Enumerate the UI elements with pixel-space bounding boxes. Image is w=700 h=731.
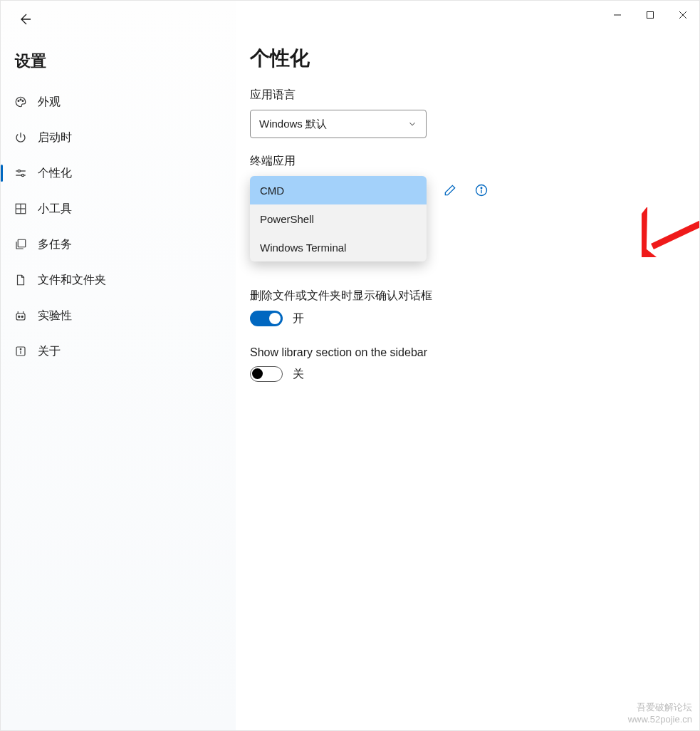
- sidebar-item-label: 文件和文件夹: [38, 273, 106, 288]
- svg-point-6: [22, 100, 23, 102]
- main-content: 个性化 应用语言 Windows 默认 终端应用 CMD PowerShell …: [236, 1, 699, 730]
- sidebar-item-appearance[interactable]: 外观: [1, 86, 236, 118]
- svg-point-4: [18, 100, 19, 102]
- show-library-value: 关: [293, 367, 304, 382]
- sidebar-title: 设置: [1, 43, 236, 86]
- sidebar-item-label: 小工具: [38, 202, 72, 217]
- file-icon: [14, 273, 28, 287]
- delete-confirm-label: 删除文件或文件夹时显示确认对话框: [250, 289, 699, 304]
- page-title: 个性化: [250, 45, 699, 72]
- svg-point-16: [19, 316, 20, 317]
- terminal-app-label: 终端应用: [250, 154, 699, 169]
- sidebar-item-multitask[interactable]: 多任务: [1, 229, 236, 260]
- watermark: 吾爱破解论坛 www.52pojie.cn: [628, 702, 692, 726]
- delete-confirm-toggle[interactable]: [250, 311, 283, 326]
- sidebar-item-label: 实验性: [38, 309, 72, 323]
- edit-icon[interactable]: [442, 182, 458, 198]
- show-library-toggle[interactable]: [250, 366, 283, 382]
- terminal-option-cmd[interactable]: CMD: [250, 176, 427, 204]
- stack-icon: [14, 237, 28, 252]
- sidebar-item-label: 关于: [38, 344, 61, 359]
- svg-point-5: [20, 99, 21, 100]
- terminal-option-windows-terminal[interactable]: Windows Terminal: [250, 233, 427, 261]
- sliders-icon: [14, 166, 28, 180]
- svg-point-17: [21, 316, 23, 317]
- svg-point-22: [20, 348, 21, 350]
- terminal-option-powershell[interactable]: PowerShell: [250, 204, 427, 233]
- sidebar-item-label: 启动时: [38, 130, 72, 145]
- chevron-down-icon: [407, 119, 417, 129]
- show-library-label: Show library section on the sidebar: [250, 346, 699, 359]
- grid-icon: [14, 202, 28, 216]
- back-button[interactable]: [16, 11, 33, 28]
- terminal-app-dropdown: CMD PowerShell Windows Terminal: [250, 176, 427, 261]
- sidebar-item-experimental[interactable]: 实验性: [1, 300, 236, 331]
- palette-icon: [14, 95, 28, 109]
- power-icon: [14, 130, 28, 145]
- app-language-value: Windows 默认: [259, 118, 327, 131]
- sidebar-item-widgets[interactable]: 小工具: [1, 193, 236, 224]
- svg-point-8: [18, 170, 20, 172]
- sidebar-item-label: 多任务: [38, 237, 72, 252]
- svg-rect-14: [18, 239, 26, 247]
- bot-icon: [14, 309, 28, 323]
- sidebar-item-label: 外观: [38, 95, 61, 110]
- svg-point-10: [21, 174, 23, 176]
- app-language-select[interactable]: Windows 默认: [250, 110, 427, 138]
- sidebar: 设置 外观 启动时 个性化 小工具: [1, 1, 236, 730]
- app-language-label: 应用语言: [250, 88, 699, 103]
- svg-rect-15: [16, 313, 25, 320]
- sidebar-item-label: 个性化: [38, 166, 72, 181]
- sidebar-item-startup[interactable]: 启动时: [1, 122, 236, 153]
- sidebar-item-files[interactable]: 文件和文件夹: [1, 264, 236, 296]
- sidebar-item-about[interactable]: 关于: [1, 336, 236, 367]
- sidebar-item-personalize[interactable]: 个性化: [1, 157, 236, 189]
- info-icon: [14, 344, 28, 358]
- info-circle-icon[interactable]: [474, 182, 489, 198]
- delete-confirm-value: 开: [293, 311, 304, 326]
- svg-point-25: [481, 187, 482, 189]
